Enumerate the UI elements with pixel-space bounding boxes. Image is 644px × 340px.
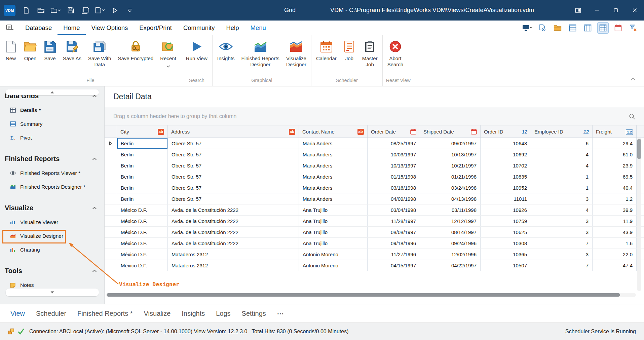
folder-icon[interactable] [552,23,563,33]
cell-order-date[interactable]: 04/15/1997 [368,260,420,271]
cell-shipped-date[interactable]: 04/22/1997 [420,260,481,271]
ribbon-button-master-job[interactable]: MasterJob [359,37,381,68]
tab-overflow[interactable]: ⋯ [277,309,285,317]
cell-city[interactable]: Berlin [117,182,168,193]
menu-item-view-options[interactable]: View Options [86,21,134,35]
ribbon-button-finished-reports-designer[interactable]: Finished ReportsDesigner [238,37,282,68]
sidebar-item-details[interactable]: Details * [0,103,104,117]
cell-contact-name[interactable]: Maria Anders [299,138,368,149]
cell-order-id[interactable]: 10365 [481,249,531,260]
cell-employee-id[interactable]: 3 [531,193,593,204]
ribbon-button-visualize-designer[interactable]: VisualizeDesigner [283,37,310,68]
cell-order-date[interactable]: 01/15/1998 [368,171,420,182]
cell-freight[interactable]: 69.5 [593,171,637,182]
cell-employee-id[interactable]: 4 [531,160,593,171]
cell-shipped-date[interactable]: 12/12/1997 [420,216,481,226]
cell-address[interactable]: Avda. de la Constitución 2222 [168,216,299,226]
open-folder-dropdown-icon[interactable] [48,3,63,18]
horizontal-scrollbar[interactable] [107,293,636,297]
tab-scheduler[interactable]: Scheduler [36,310,66,317]
table-row[interactable]: México D.F.Avda. de la Constitución 2222… [105,227,644,238]
sidebar-item-visualize-viewer[interactable]: Visualize Viewer [0,215,104,229]
cell-shipped-date[interactable]: 09/24/1996 [420,238,481,249]
table-row[interactable]: BerlinObere Str. 57Maria Anders10/03/199… [105,149,644,160]
cell-employee-id[interactable]: 4 [531,149,593,160]
column-header-contact-name[interactable]: Contact Nameab [299,125,368,138]
table-row[interactable]: BerlinObere Str. 57Maria Anders08/25/199… [105,138,644,149]
minimize-icon[interactable] [588,0,606,21]
table-row[interactable]: BerlinObere Str. 57Maria Anders04/09/199… [105,193,644,204]
menu-item-help[interactable]: Help [220,21,244,35]
ribbon-button-calendar[interactable]: Calendar [313,37,340,62]
cell-shipped-date[interactable]: 03/24/1998 [420,182,481,193]
save-all-icon[interactable] [78,3,93,18]
cell-contact-name[interactable]: Maria Anders [299,149,368,160]
cell-order-date[interactable]: 11/27/1996 [368,249,420,260]
column-header-address[interactable]: Addressab [168,125,299,138]
menu-item-home[interactable]: Home [58,21,85,35]
cell-city[interactable]: Berlin [117,138,168,149]
ribbon-button-open[interactable]: Open [20,37,40,62]
sidebar-item-pivot[interactable]: ΣPivot [0,131,104,145]
ribbon-button-abort-search[interactable]: AbortSearch [384,37,407,68]
cell-order-id[interactable]: 10692 [481,149,531,160]
save-icon[interactable] [63,3,78,18]
clear-filter-icon[interactable] [628,23,639,33]
cell-city[interactable]: Berlin [117,160,168,171]
cell-order-id[interactable]: 10926 [481,204,531,215]
cell-city[interactable]: Berlin [117,149,168,160]
ribbon-button-save-with-data[interactable]: Save WithData [85,37,114,68]
cell-freight[interactable]: 40.4 [593,182,637,193]
cell-contact-name[interactable]: Maria Anders [299,193,368,204]
ribbon-button-job[interactable]: Job [340,37,359,62]
sidebar-scroll-down-button[interactable] [6,289,99,296]
table-row[interactable]: México D.F.Avda. de la Constitución 2222… [105,204,644,216]
cell-freight[interactable]: 1.6 [593,238,637,249]
cell-city[interactable]: México D.F. [117,260,168,271]
run-icon[interactable] [108,3,122,18]
cell-contact-name[interactable]: Maria Anders [299,171,368,182]
sidebar-section-tools[interactable]: Tools [0,263,104,278]
cell-order-date[interactable]: 04/09/1998 [368,193,420,204]
open-folder-icon[interactable] [34,3,48,18]
ribbon-button-save[interactable]: Save [40,37,60,62]
table-row[interactable]: BerlinObere Str. 57Maria Anders10/13/199… [105,160,644,171]
grid-rows-icon[interactable] [567,23,578,33]
cell-order-id[interactable]: 10702 [481,160,531,171]
table-row[interactable]: BerlinObere Str. 57Maria Anders01/15/199… [105,171,644,182]
tab-view[interactable]: View [10,310,25,317]
column-header-employee-id[interactable]: Employee ID12 [531,125,593,138]
cell-order-id[interactable]: 11011 [481,193,531,204]
customize-toolbar-icon[interactable] [122,3,137,18]
cell-freight[interactable]: 22.0 [593,249,637,260]
cell-employee-id[interactable]: 3 [531,216,593,226]
cell-address[interactable]: Obere Str. 57 [168,138,299,149]
cell-order-id[interactable]: 10643 [481,138,531,149]
table-row[interactable]: México D.F.Avda. de la Constitución 2222… [105,238,644,249]
collapse-ribbon-icon[interactable] [631,77,636,81]
cell-address[interactable]: Obere Str. 57 [168,182,299,193]
cell-freight[interactable]: 39.9 [593,204,637,215]
cell-shipped-date[interactable]: 08/14/1997 [420,227,481,237]
cell-contact-name[interactable]: Antonio Moreno [299,260,368,271]
tab-insights[interactable]: Insights [182,310,205,317]
cell-address[interactable]: Obere Str. 57 [168,149,299,160]
close-icon[interactable] [625,0,644,21]
cell-freight[interactable]: 47.4 [593,260,637,271]
vertical-scrollbar-thumb[interactable] [637,139,641,159]
cell-address[interactable]: Mataderos 2312 [168,249,299,260]
cell-order-id[interactable]: 10835 [481,171,531,182]
cell-order-id[interactable]: 10759 [481,216,531,226]
cell-employee-id[interactable]: 3 [531,249,593,260]
cell-employee-id[interactable]: 1 [531,171,593,182]
tab-finished-reports[interactable]: Finished Reports * [77,310,133,317]
table-row[interactable]: México D.F.Avda. de la Constitución 2222… [105,216,644,227]
sidebar-item-finished-reports-viewer[interactable]: Finished Reports Viewer * [0,166,104,180]
cell-freight[interactable]: 29.4 [593,138,637,149]
cell-order-date[interactable]: 08/25/1997 [368,138,420,149]
ribbon-button-new[interactable]: New [1,37,20,62]
cell-shipped-date[interactable]: 01/21/1998 [420,171,481,182]
cell-address[interactable]: Obere Str. 57 [168,171,299,182]
cell-freight[interactable]: 23.9 [593,160,637,171]
save-dropdown-icon[interactable] [93,3,108,18]
